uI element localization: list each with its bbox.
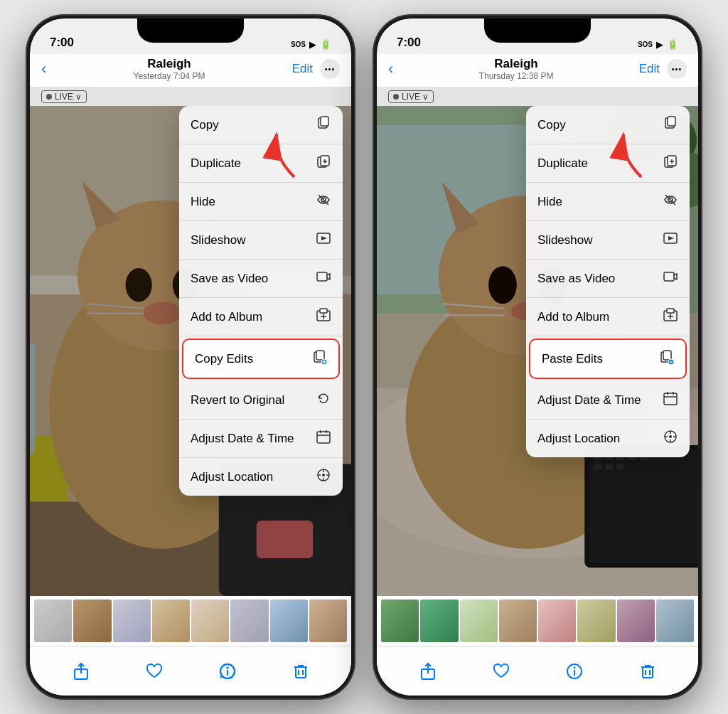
svg-point-128 <box>573 666 575 668</box>
thumb-2-left[interactable] <box>73 600 111 642</box>
menu-icon-copyedits-left <box>311 349 327 368</box>
svg-rect-104 <box>664 272 674 281</box>
arrow-svg-left <box>245 120 309 184</box>
menu-icon-datetime-left <box>316 429 331 448</box>
menu-item-slideshow-left[interactable]: Slideshow <box>179 221 343 260</box>
thumb-8-right[interactable] <box>656 600 694 642</box>
menu-item-datetime-right[interactable]: Adjust Date & Time <box>526 381 690 420</box>
thumb-7-right[interactable] <box>617 600 655 642</box>
phone-left: 7:00 SOS ▶ 🔋 ‹ Raleigh Yesterday 7:04 PM <box>27 16 354 698</box>
menu-item-savevideo-left[interactable]: Save as Video <box>179 260 343 298</box>
menu-icon-location-left <box>316 467 331 486</box>
ellipsis-icon-right: ••• <box>672 65 682 73</box>
ellipsis-icon-left: ••• <box>325 65 336 73</box>
favorite-button-right[interactable] <box>492 662 510 681</box>
thumb-strip-left <box>30 596 351 646</box>
menu-label-slideshow-right: Slideshow <box>537 233 593 247</box>
menu-item-location-left[interactable]: Adjust Location <box>179 458 343 496</box>
nav-title-right: Raleigh <box>479 57 554 71</box>
menu-item-revert-left[interactable]: Revert to Original <box>179 381 343 420</box>
menu-label-savevideo-right: Save as Video <box>537 272 615 286</box>
phone-right: 7:00 SOS ▶ 🔋 ‹ Raleigh Thursday 12:38 PM <box>374 16 701 698</box>
delete-button-left[interactable] <box>291 662 310 681</box>
thumb-6-right[interactable] <box>577 600 615 642</box>
thumb-1-left[interactable] <box>34 600 72 642</box>
svg-rect-29 <box>317 272 327 281</box>
red-arrow-right <box>592 120 655 187</box>
svg-rect-113 <box>664 393 677 405</box>
red-arrow-left <box>245 120 309 187</box>
more-button-left[interactable]: ••• <box>320 59 340 79</box>
svg-rect-31 <box>320 309 327 313</box>
arrow-svg-right <box>592 120 655 184</box>
menu-icon-duplicate-left <box>316 154 331 173</box>
menu-item-hide-right[interactable]: Hide <box>526 183 690 221</box>
svg-rect-129 <box>643 667 653 678</box>
svg-marker-28 <box>321 236 327 240</box>
share-button-right[interactable] <box>419 662 437 681</box>
svg-point-57 <box>226 666 228 668</box>
menu-icon-slideshow-left <box>316 230 331 250</box>
live-dot-left <box>46 94 52 100</box>
menu-label-hide-right: Hide <box>537 195 562 209</box>
menu-label-copyedits-left: Copy Edits <box>195 352 253 366</box>
thumb-7-left[interactable] <box>270 600 308 642</box>
menu-icon-savevideo-right <box>663 269 678 288</box>
thumb-4-right[interactable] <box>499 600 537 642</box>
menu-icon-addalbum-right <box>663 307 678 326</box>
back-button-left[interactable]: ‹ <box>41 60 46 78</box>
menu-label-pasteedits-right: Paste Edits <box>542 352 603 366</box>
delete-button-right[interactable] <box>638 662 657 681</box>
menu-item-savevideo-right[interactable]: Save as Video <box>526 260 690 298</box>
menu-item-hide-left[interactable]: Hide <box>179 183 343 221</box>
status-time-right: 7:00 <box>397 36 421 50</box>
menu-item-addalbum-left[interactable]: Add to Album <box>179 298 343 336</box>
edit-button-right[interactable]: Edit <box>639 62 660 76</box>
menu-item-slideshow-right[interactable]: Slideshow <box>526 221 690 260</box>
menu-item-addalbum-right[interactable]: Add to Album <box>526 298 690 336</box>
thumb-2-right[interactable] <box>420 600 458 642</box>
menu-item-pasteedits-right[interactable]: Paste Edits <box>529 339 687 379</box>
back-button-right[interactable]: ‹ <box>388 60 393 78</box>
menu-label-addalbum-left: Add to Album <box>191 310 262 324</box>
info-button-right[interactable] <box>565 662 584 681</box>
svg-rect-106 <box>667 309 674 313</box>
svg-rect-20 <box>321 117 328 126</box>
menu-icon-revert-left <box>316 390 331 410</box>
thumb-5-right[interactable] <box>538 600 576 642</box>
live-badge-left[interactable]: LIVE ∨ <box>41 90 87 103</box>
menu-label-savevideo-left: Save as Video <box>191 272 268 286</box>
chevron-left-icon-left: ‹ <box>41 60 46 78</box>
thumb-strip-right <box>377 596 698 646</box>
notch-left <box>137 18 244 43</box>
menu-label-datetime-left: Adjust Date & Time <box>191 432 294 446</box>
thumb-5-left[interactable] <box>191 600 229 642</box>
menu-item-location-right[interactable]: Adjust Location <box>526 420 690 457</box>
svg-rect-39 <box>317 432 330 443</box>
live-badge-right[interactable]: LIVE ∨ <box>388 90 434 103</box>
favorite-button-left[interactable] <box>145 662 164 681</box>
info-button-left[interactable] <box>218 662 237 681</box>
thumb-6-left[interactable] <box>230 600 268 642</box>
thumb-3-right[interactable] <box>460 600 498 642</box>
more-button-right[interactable]: ••• <box>667 59 687 79</box>
svg-marker-103 <box>668 236 674 240</box>
thumb-1-right[interactable] <box>381 600 419 642</box>
battery-icon-left: 🔋 <box>320 39 331 50</box>
menu-item-datetime-left[interactable]: Adjust Date & Time <box>179 420 343 458</box>
photo-area-right: 🐦 🐦 <box>377 106 698 596</box>
thumb-8-left[interactable] <box>309 600 347 642</box>
menu-item-copyedits-left[interactable]: Copy Edits <box>182 339 340 379</box>
status-icons-right: SOS ▶ 🔋 <box>638 39 678 50</box>
share-button-left[interactable] <box>72 662 90 681</box>
nav-actions-left: Edit ••• <box>292 59 340 79</box>
svg-rect-35 <box>316 351 324 360</box>
live-bar-left: LIVE ∨ <box>30 87 351 106</box>
thumb-3-left[interactable] <box>113 600 151 642</box>
thumb-4-left[interactable] <box>152 600 190 642</box>
nav-title-area-left: Raleigh Yesterday 7:04 PM <box>134 57 205 81</box>
edit-button-left[interactable]: Edit <box>292 62 313 76</box>
menu-icon-datetime-right <box>663 390 678 410</box>
menu-label-datetime-right: Adjust Date & Time <box>537 393 641 407</box>
menu-icon-copy-right <box>663 115 678 134</box>
